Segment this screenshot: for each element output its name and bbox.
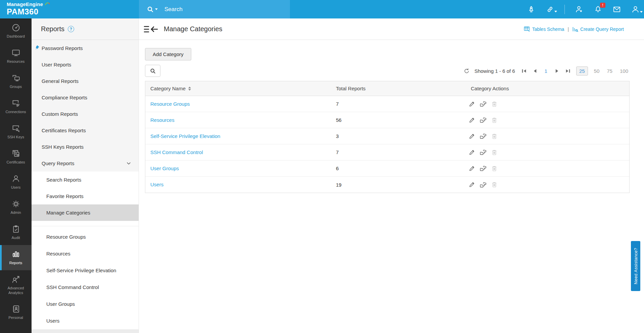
page-title: Manage Categories: [164, 25, 222, 33]
category-link[interactable]: Self-Service Privilege Elevation: [150, 133, 220, 139]
rail-item-connections[interactable]: Connections: [0, 94, 32, 119]
sidebar-item-password-reports[interactable]: Password Reports: [32, 40, 139, 56]
brand-line2: PAM360: [7, 7, 43, 16]
rail-item-advanced-analytics[interactable]: Advanced Analytics: [0, 270, 32, 300]
sidebar-item-user-groups[interactable]: User Groups: [32, 295, 139, 312]
monitors-icon: [11, 74, 20, 83]
previous-page-button[interactable]: [532, 69, 538, 73]
move-to-category-icon[interactable]: [480, 133, 487, 140]
table-row: Users 19: [145, 177, 629, 193]
gear-icon: [11, 199, 20, 208]
delete-icon[interactable]: [491, 133, 498, 140]
edit-icon[interactable]: [468, 101, 475, 107]
total-reports-value: 7: [331, 101, 466, 107]
sidebar-item-self-service-privilege-elevation[interactable]: Self-Service Privilege Elevation: [32, 262, 139, 279]
sidebar-collapse-button[interactable]: [144, 25, 158, 34]
move-to-category-icon[interactable]: [480, 181, 487, 188]
sidebar-item-ssh-keys-reports[interactable]: SSH Keys Reports: [32, 139, 139, 155]
user-menu-icon[interactable]: [631, 5, 640, 14]
delete-icon[interactable]: [491, 165, 498, 172]
edit-icon[interactable]: [468, 165, 475, 172]
rail-item-reports[interactable]: Reports: [0, 245, 32, 270]
category-link[interactable]: Resource Groups: [150, 101, 190, 107]
clipboard-check-icon: [11, 225, 20, 234]
rail-item-admin[interactable]: Admin: [0, 195, 32, 220]
edit-icon[interactable]: [468, 133, 475, 140]
page-size-50[interactable]: 50: [593, 68, 601, 74]
sidebar-item-resources[interactable]: Resources: [32, 245, 139, 262]
pagination: Showing 1 - 6 of 6 1 25 50 75 100: [463, 66, 630, 76]
sidebar-item-user-reports[interactable]: User Reports: [32, 56, 139, 73]
column-category-actions: Category Actions: [471, 86, 509, 91]
move-to-category-icon[interactable]: [480, 100, 487, 107]
refresh-icon[interactable]: [463, 68, 470, 74]
page-size-100[interactable]: 100: [618, 68, 630, 74]
delete-icon[interactable]: [491, 117, 498, 124]
rail-item-dashboard[interactable]: Dashboard: [0, 18, 32, 44]
sidebar-item-favorite-reports[interactable]: Favorite Reports: [32, 188, 139, 204]
rail-item-certificates[interactable]: Certificates: [0, 144, 32, 170]
sidebar-item-custom-reports[interactable]: Custom Reports: [32, 106, 139, 122]
sidebar-item-compliance-reports[interactable]: Compliance Reports: [32, 89, 139, 106]
column-total-reports: Total Reports: [336, 86, 365, 91]
edit-icon[interactable]: [468, 117, 475, 124]
bell-icon[interactable]: !: [594, 5, 602, 14]
sidebar-item-query-reports[interactable]: Query Reports: [32, 155, 139, 172]
table-row: Self-Service Privilege Elevation 3: [145, 128, 629, 144]
move-to-category-icon[interactable]: [480, 165, 487, 172]
monitor-icon: [11, 48, 20, 57]
delete-icon[interactable]: [491, 149, 498, 156]
sidebar-item-users[interactable]: Users: [32, 312, 139, 329]
top-bar: ManageEngine PAM360 Search: [0, 0, 644, 18]
tables-schema-link[interactable]: Tables Schema: [524, 26, 564, 32]
sidebar-item-search-reports[interactable]: Search Reports: [32, 172, 139, 188]
rail-item-personal[interactable]: Personal: [0, 300, 32, 325]
last-page-button[interactable]: [564, 69, 572, 73]
help-icon[interactable]: ?: [68, 26, 74, 32]
rail-item-users[interactable]: Users: [0, 170, 32, 195]
column-category-name: Category Name: [150, 86, 186, 91]
first-page-button[interactable]: [521, 69, 528, 73]
sidebar-item-manage-categories[interactable]: Manage Categories: [32, 204, 139, 221]
brand-logo[interactable]: ManageEngine PAM360: [7, 2, 43, 16]
move-to-category-icon[interactable]: [480, 149, 487, 156]
mail-icon[interactable]: [612, 5, 621, 14]
category-link[interactable]: SSH Command Control: [150, 149, 203, 155]
sidebar-item-general-reports[interactable]: General Reports: [32, 73, 139, 89]
add-category-button[interactable]: Add Category: [145, 48, 191, 60]
current-page[interactable]: 1: [543, 68, 549, 74]
delete-icon[interactable]: [491, 181, 498, 188]
delete-icon[interactable]: [491, 101, 498, 107]
sidebar-item-certificates-reports[interactable]: Certificates Reports: [32, 122, 139, 139]
search-scope-icon[interactable]: [146, 5, 158, 13]
edit-icon[interactable]: [468, 149, 475, 156]
sidebar-item-resource-groups[interactable]: Resource Groups: [32, 228, 139, 245]
header-links-separator: |: [567, 27, 569, 32]
category-link[interactable]: User Groups: [150, 165, 179, 171]
reports-sidebar: Reports ? Password Reports User Reports …: [32, 18, 139, 333]
rail-item-resources[interactable]: Resources: [0, 44, 32, 69]
main-panel: Manage Categories Tables Schema | Create…: [139, 18, 644, 333]
chevron-down-icon: [126, 161, 131, 166]
global-search[interactable]: Search: [139, 0, 290, 18]
sort-icon[interactable]: [188, 87, 191, 91]
sidebar-item-ssh-command-control[interactable]: SSH Command Control: [32, 279, 139, 295]
link-icon[interactable]: [546, 5, 554, 14]
edit-icon[interactable]: [468, 181, 475, 188]
page-size-25[interactable]: 25: [576, 66, 588, 76]
page-size-75[interactable]: 75: [605, 68, 614, 74]
need-assistance-tab[interactable]: Need Assistance?: [631, 241, 640, 291]
rocket-icon[interactable]: [527, 5, 536, 14]
rail-item-groups[interactable]: Groups: [0, 69, 32, 94]
table-search-button[interactable]: [145, 65, 160, 77]
rail-item-ssh-keys[interactable]: SSH Keys: [0, 119, 32, 144]
user-star-icon[interactable]: [575, 5, 584, 14]
rail-item-audit[interactable]: Audit: [0, 220, 32, 245]
create-query-report-link[interactable]: Create Query Report: [572, 26, 624, 32]
move-to-category-icon[interactable]: [480, 116, 487, 124]
total-reports-value: 3: [331, 133, 466, 139]
next-page-button[interactable]: [554, 69, 560, 73]
category-link[interactable]: Users: [150, 182, 163, 187]
category-link[interactable]: Resources: [150, 117, 175, 123]
total-reports-value: 19: [331, 182, 466, 188]
